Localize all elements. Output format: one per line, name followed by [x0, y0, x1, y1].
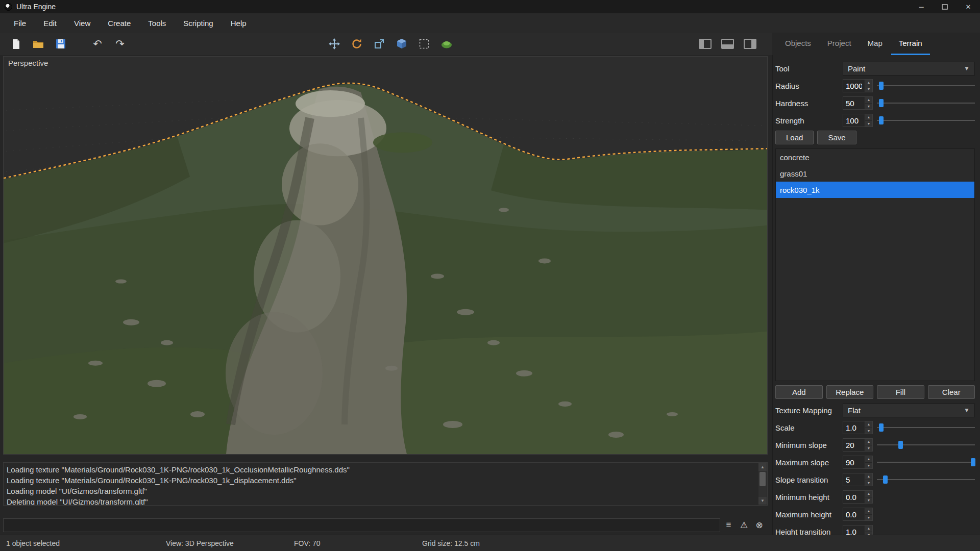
texture-mapping-dropdown[interactable]: Flat ▼: [843, 404, 975, 417]
tool-bar: ↶ ↷: [0, 33, 772, 55]
minimum-slope-input[interactable]: [843, 438, 865, 452]
load-button[interactable]: Load: [775, 131, 814, 144]
minimum-height-spinner[interactable]: ▲▼: [865, 490, 873, 504]
scrollbar-thumb[interactable]: [760, 472, 766, 486]
maximum-slope-slider[interactable]: [877, 456, 975, 469]
fill-button[interactable]: Fill: [877, 385, 924, 399]
scale-slider[interactable]: [877, 421, 975, 434]
add-button[interactable]: Add: [775, 385, 823, 399]
open-file-button[interactable]: [29, 35, 48, 53]
menu-file[interactable]: File: [5, 15, 35, 31]
maximum-height-label: Maximum height: [775, 510, 843, 519]
selection-box-icon: [419, 38, 430, 49]
slope-transition-slider[interactable]: [877, 473, 975, 486]
panel-right-layout-button[interactable]: [740, 35, 760, 53]
file-tool-group: [6, 35, 70, 53]
strength-slider[interactable]: [877, 114, 975, 127]
console-line: Loading texture "Materials/Ground/Rock03…: [7, 464, 756, 475]
radius-input[interactable]: [843, 79, 865, 92]
command-input[interactable]: [3, 518, 720, 532]
tab-objects[interactable]: Objects: [777, 33, 819, 55]
rotate-icon: [351, 38, 362, 49]
save-layers-button[interactable]: Save: [817, 131, 856, 144]
ultra-engine-window: Ultra Engine ─ ✕ File Edit View Create T…: [0, 0, 980, 551]
maximize-button[interactable]: [933, 0, 957, 13]
cube-icon: [396, 38, 407, 49]
menu-create[interactable]: Create: [99, 15, 139, 31]
maximum-height-spinner[interactable]: ▲▼: [865, 508, 873, 521]
list-item-grass01[interactable]: grass01: [776, 165, 974, 182]
selection-status: 1 object selected: [6, 539, 60, 547]
minimum-slope-spinner[interactable]: ▲▼: [865, 438, 873, 452]
list-item-rock030-1k[interactable]: rock030_1k: [776, 182, 974, 198]
maximum-slope-label: Maximum slope: [775, 458, 843, 467]
terrain-render: [4, 57, 767, 454]
scale-input[interactable]: [843, 421, 865, 434]
undo-button[interactable]: ↶: [88, 35, 107, 53]
slope-transition-input[interactable]: [843, 473, 865, 486]
panel-left-layout-button[interactable]: [695, 35, 715, 53]
tool-dropdown[interactable]: Paint ▼: [843, 62, 975, 76]
move-tool-button[interactable]: [325, 35, 344, 53]
slope-transition-spinner[interactable]: ▲▼: [865, 473, 873, 486]
fov-status: FOV: 70: [294, 539, 321, 547]
new-file-button[interactable]: [6, 35, 26, 53]
maximum-slope-input[interactable]: [843, 456, 865, 469]
select-tool-button[interactable]: [414, 35, 434, 53]
strength-spinner[interactable]: ▲▼: [865, 114, 873, 127]
app-logo-icon: [5, 3, 12, 11]
scroll-up-icon[interactable]: ▲: [758, 463, 767, 471]
clear-button[interactable]: Clear: [928, 385, 975, 399]
save-icon: [56, 39, 66, 49]
hardness-slider[interactable]: [877, 96, 975, 110]
tab-map[interactable]: Map: [860, 33, 890, 55]
redo-button[interactable]: ↷: [110, 35, 130, 53]
strength-input[interactable]: [843, 114, 865, 127]
maximum-slope-spinner[interactable]: ▲▼: [865, 456, 873, 469]
panel-left-icon: [699, 39, 712, 49]
hardness-input[interactable]: [843, 96, 865, 110]
viewport-3d[interactable]: Perspective: [3, 56, 768, 455]
menu-tools[interactable]: Tools: [139, 15, 175, 31]
panel-bottom-layout-button[interactable]: [718, 35, 737, 53]
console-log[interactable]: Loading texture "Materials/Ground/Rock03…: [3, 462, 768, 506]
error-icon[interactable]: ⊗: [752, 518, 766, 532]
tab-terrain[interactable]: Terrain: [891, 33, 930, 55]
strength-label: Strength: [775, 116, 843, 125]
scale-spinner[interactable]: ▲▼: [865, 421, 873, 434]
rotate-tool-button[interactable]: [347, 35, 366, 53]
panel-right-icon: [744, 39, 756, 49]
menu-view[interactable]: View: [65, 15, 99, 31]
save-button[interactable]: [51, 35, 70, 53]
maximize-icon: [942, 4, 948, 10]
move-icon: [329, 38, 340, 49]
radius-label: Radius: [775, 82, 843, 90]
object-tool-button[interactable]: [392, 35, 411, 53]
scale-tool-button[interactable]: [370, 35, 389, 53]
console-scrollbar[interactable]: ▲ ▼: [758, 463, 767, 505]
radius-slider[interactable]: [877, 79, 975, 92]
terrain-paint-tool-button[interactable]: [437, 35, 456, 53]
right-panel-tabs: Objects Project Map Terrain: [772, 33, 980, 55]
menu-edit[interactable]: Edit: [35, 15, 65, 31]
minimize-button[interactable]: ─: [910, 0, 933, 13]
minimum-height-input[interactable]: [843, 490, 865, 504]
tab-project[interactable]: Project: [820, 33, 859, 55]
replace-button[interactable]: Replace: [826, 385, 874, 399]
hardness-spinner[interactable]: ▲▼: [865, 96, 873, 110]
scroll-down-icon[interactable]: ▼: [758, 497, 767, 505]
close-button[interactable]: ✕: [957, 0, 980, 13]
menu-scripting[interactable]: Scripting: [175, 15, 222, 31]
transform-tool-group: [325, 35, 456, 53]
list-item-concrete[interactable]: concrete: [776, 149, 974, 165]
tool-dropdown-value: Paint: [848, 64, 865, 73]
radius-spinner[interactable]: ▲▼: [865, 79, 873, 92]
warning-icon[interactable]: ⚠: [737, 518, 751, 532]
terrain-panel: Tool Paint ▼ Radius ▲▼ Hardness ▲▼ Stren…: [772, 55, 980, 535]
maximum-height-input[interactable]: [843, 508, 865, 521]
log-list-icon[interactable]: ≡: [722, 518, 736, 532]
menu-help[interactable]: Help: [222, 15, 255, 31]
minimum-slope-slider[interactable]: [877, 438, 975, 452]
panel-bottom-icon: [721, 39, 734, 49]
viewport-label: Perspective: [8, 59, 48, 67]
